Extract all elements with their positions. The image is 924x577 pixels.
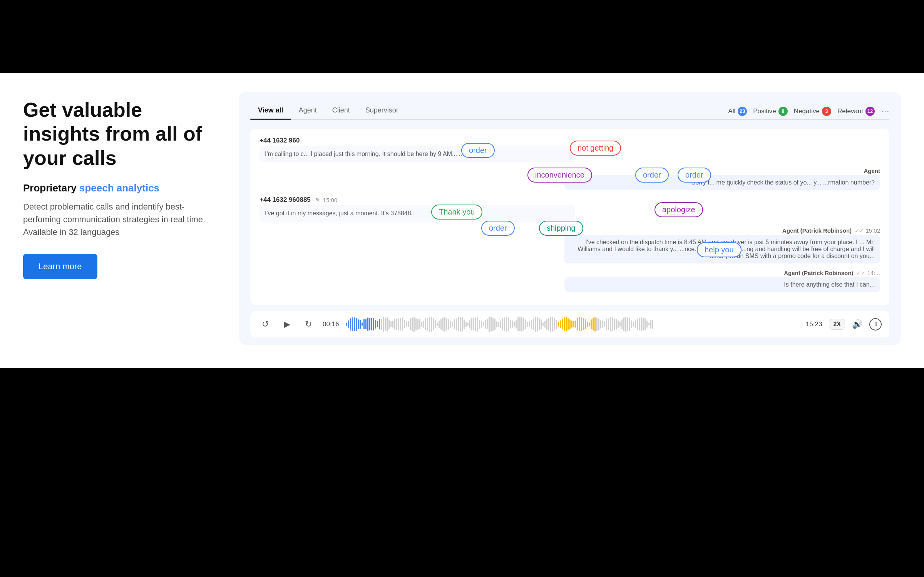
speed-badge[interactable]: 2X	[829, 319, 845, 330]
keyword-not-getting: not getting	[570, 141, 621, 156]
filter-negative-label: Negative	[794, 107, 820, 115]
msg-phone-1: +44 1632 960	[259, 137, 880, 144]
proprietary-prefix: Proprietary	[23, 182, 79, 194]
msg-text-2: I've got it in my messages, just a momen…	[259, 205, 575, 221]
proprietary-line: Proprietary speech analytics	[23, 182, 208, 194]
keyword-shipping: shipping	[539, 221, 583, 236]
msg-text-1: I'm calling to c... I placed just this m…	[259, 146, 575, 162]
description-text: Detect problematic calls and indentify b…	[23, 200, 208, 238]
keyword-order-3: order	[678, 168, 711, 183]
keyword-order-4: order	[481, 221, 515, 236]
waveform[interactable]	[346, 317, 799, 332]
edit-icon-3: ✓✓	[856, 270, 865, 276]
keyword-apologize: apologize	[654, 202, 703, 217]
end-time: 15:23	[806, 320, 822, 328]
filter-negative[interactable]: Negative 3	[794, 107, 831, 116]
more-options-icon[interactable]: ⋯	[881, 106, 889, 116]
top-black-bar	[0, 0, 924, 73]
edit-icon-2: ✓✓	[855, 228, 864, 234]
filter-positive-label: Positive	[753, 107, 776, 115]
filter-relevant[interactable]: Relevant 12	[837, 107, 875, 116]
agent-label-3: Agent (Patrick Robinson) ✓✓ 14:...	[259, 270, 880, 276]
rewind-button[interactable]: ↺	[258, 317, 273, 332]
filter-positive[interactable]: Positive 8	[753, 107, 788, 116]
filter-all-count: 23	[738, 107, 747, 116]
play-button[interactable]: ▶	[280, 317, 294, 332]
keyword-inconvenience: inconvenience	[527, 168, 592, 183]
edit-icon-1: ✎	[315, 197, 320, 203]
keyword-order-2: order	[635, 168, 669, 183]
agent-msg-1: Sorry f... me quickly check the status o…	[564, 175, 880, 190]
agent-msg-3: Is there anything else that I can...	[564, 277, 880, 292]
current-time: 00:16	[323, 320, 339, 328]
volume-icon[interactable]: 🔊	[852, 319, 862, 329]
filter-group: All 23 Positive 8 Negative 3 Relevant	[728, 106, 889, 116]
keyword-thank-you: Thank you	[431, 205, 482, 220]
tab-view-all[interactable]: View all	[250, 103, 291, 119]
analytics-panel: View all Agent Client Supervisor All 23 …	[239, 92, 901, 345]
tab-supervisor[interactable]: Supervisor	[358, 103, 406, 119]
message-client-2: +44 1632 960885 ✎ 15:00 I've got it in m…	[259, 196, 880, 221]
msg-phone-2: +44 1632 960885 ✎ 15:00	[259, 196, 880, 204]
page-title: Get valuable insights from all of your c…	[23, 98, 208, 170]
filter-all[interactable]: All 23	[728, 107, 747, 116]
left-panel: Get valuable insights from all of your c…	[23, 92, 208, 279]
filter-relevant-label: Relevant	[837, 107, 863, 115]
message-agent-3: Agent (Patrick Robinson) ✓✓ 14:... Is th…	[259, 270, 880, 292]
main-section: Get valuable insights from all of your c…	[0, 73, 924, 368]
tab-agent[interactable]: Agent	[291, 103, 325, 119]
filter-all-label: All	[728, 107, 735, 115]
player-bar: ↺ ▶ ↻ 00:16 15:23 2X 🔊 ⇩	[250, 311, 889, 337]
keyword-help-you: help you	[697, 242, 742, 257]
keyword-order-1: order	[461, 143, 495, 158]
learn-more-button[interactable]: Learn more	[23, 254, 97, 279]
filter-negative-count: 3	[822, 107, 831, 116]
bottom-black-bar	[0, 368, 924, 577]
analytics-ui: View all Agent Client Supervisor All 23 …	[239, 92, 901, 345]
filter-relevant-count: 12	[865, 107, 875, 116]
tab-client[interactable]: Client	[325, 103, 358, 119]
fast-forward-button[interactable]: ↻	[301, 317, 316, 332]
conversation-area: order not getting inconvenience order or…	[250, 129, 889, 305]
download-button[interactable]: ⇩	[869, 318, 882, 330]
proprietary-highlight: speech analytics	[79, 182, 159, 194]
tabs-row: View all Agent Client Supervisor All 23 …	[250, 103, 889, 120]
filter-positive-count: 8	[778, 107, 788, 116]
